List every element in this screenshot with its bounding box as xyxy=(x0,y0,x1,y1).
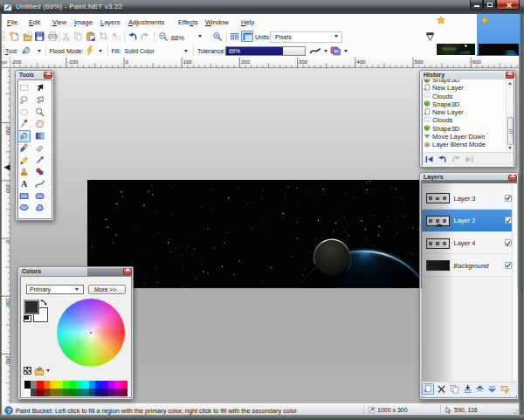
svg-text:100: 100 xyxy=(183,59,193,65)
svg-text:400: 400 xyxy=(356,59,366,65)
svg-text:0: 0 xyxy=(126,59,129,65)
svg-text:200: 200 xyxy=(241,59,251,65)
svg-text:A: A xyxy=(21,179,28,189)
svg-text:?: ? xyxy=(7,407,10,413)
svg-text:500: 500 xyxy=(415,59,424,65)
svg-text:-100: -100 xyxy=(67,59,79,65)
svg-text:-200: -200 xyxy=(11,59,23,65)
svg-text:300: 300 xyxy=(299,59,308,65)
svg-text:600: 600 xyxy=(472,59,482,65)
